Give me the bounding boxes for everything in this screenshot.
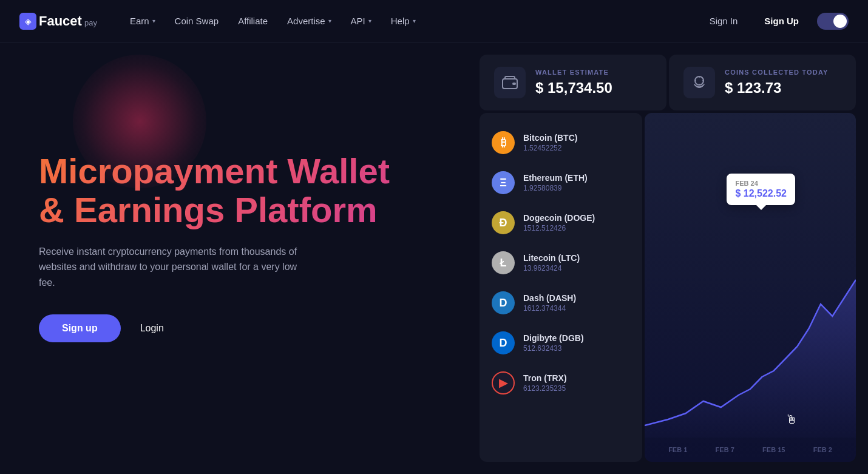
coin-info-btc: Bitcoin (BTC) 1.52452252 — [523, 133, 577, 152]
coin-amount-btc: 1.52452252 — [523, 144, 577, 152]
svg-rect-1 — [512, 83, 516, 85]
coin-icon-doge: Ð — [492, 211, 515, 234]
wallet-icon — [494, 67, 526, 98]
nav-earn[interactable]: Earn ▾ — [121, 11, 164, 31]
coins-stat-card: COINS COLLECTED TODAY $ 123.73 — [669, 55, 856, 110]
right-panel: WALLET ESTIMATE $ 15,734.50 COINS CO — [480, 42, 868, 474]
advertise-chevron-icon: ▾ — [328, 18, 331, 24]
coin-name-doge: Dogecoin (DOGE) — [523, 213, 595, 223]
coins-label: COINS COLLECTED TODAY — [725, 69, 829, 76]
chart-label-4: FEB 2 — [813, 446, 832, 453]
chart-label-3: FEB 15 — [762, 446, 785, 453]
coin-item-trx[interactable]: ▶ Tron (TRX) 6123.235235 — [480, 363, 642, 403]
hero-subtitle: Receive instant cryptocurrency payments … — [39, 244, 300, 291]
coin-name-eth: Ethereum (ETH) — [523, 173, 588, 183]
stats-row: WALLET ESTIMATE $ 15,734.50 COINS CO — [480, 55, 856, 110]
coin-item-eth[interactable]: Ξ Ethereum (ETH) 1.92580839 — [480, 163, 642, 203]
coins-icon — [683, 67, 715, 98]
coin-name-trx: Tron (TRX) — [523, 373, 567, 383]
coin-info-ltc: Litecoin (LTC) 13.9623424 — [523, 253, 580, 273]
toggle-knob — [833, 15, 847, 28]
lower-section: ₿ Bitcoin (BTC) 1.52452252 Ξ Ethereum (E… — [480, 113, 856, 462]
chart-panel: FEB 24 $ 12,522.52 🖱 FEB 1 — [645, 113, 856, 462]
wallet-value: $ 15,734.50 — [535, 80, 612, 96]
sign-up-nav-button[interactable]: Sign Up — [756, 11, 807, 31]
coin-icon-dash: D — [492, 291, 515, 314]
hero-login-button[interactable]: Login — [140, 323, 164, 334]
chart-tooltip-date: FEB 24 — [735, 180, 787, 187]
svg-point-2 — [695, 76, 704, 85]
chart-svg — [645, 256, 856, 438]
coin-amount-eth: 1.92580839 — [523, 184, 588, 192]
help-chevron-icon: ▾ — [413, 18, 416, 24]
coin-name-dash: Dash (DASH) — [523, 293, 576, 303]
coin-list-panel: ₿ Bitcoin (BTC) 1.52452252 Ξ Ethereum (E… — [480, 113, 642, 462]
earn-chevron-icon: ▾ — [152, 18, 155, 24]
nav-advertise[interactable]: Advertise ▾ — [279, 11, 340, 31]
sign-in-button[interactable]: Sign In — [701, 11, 747, 31]
hero-signup-button[interactable]: Sign up — [39, 314, 121, 342]
wallet-label: WALLET ESTIMATE — [535, 69, 612, 76]
hero-buttons: Sign up Login — [39, 314, 455, 342]
coin-info-trx: Tron (TRX) 6123.235235 — [523, 373, 567, 393]
hero-section: Micropayment Wallet & Earnings Platform … — [0, 42, 480, 474]
chart-label-2: FEB 7 — [716, 446, 734, 453]
coin-item-doge[interactable]: Ð Dogecoin (DOGE) 1512.512426 — [480, 203, 642, 243]
coin-amount-dgb: 512.632433 — [523, 344, 584, 353]
coin-info-doge: Dogecoin (DOGE) 1512.512426 — [523, 213, 595, 232]
coin-icon-trx: ▶ — [492, 371, 515, 394]
api-chevron-icon: ▾ — [368, 18, 371, 24]
navbar: ◈ Faucet pay Earn ▾ Coin Swap Affiliate … — [0, 0, 868, 42]
theme-toggle[interactable] — [817, 13, 849, 30]
nav-affiliate[interactable]: Affiliate — [229, 11, 276, 31]
nav-auth: Sign In Sign Up — [701, 11, 849, 31]
logo[interactable]: ◈ Faucet pay — [19, 13, 97, 30]
nav-api[interactable]: API ▾ — [342, 11, 380, 31]
nav-coin-swap[interactable]: Coin Swap — [166, 11, 228, 31]
coin-info-dash: Dash (DASH) 1612.374344 — [523, 293, 576, 313]
logo-text-faucet: Faucet — [39, 13, 82, 29]
coins-stat-info: COINS COLLECTED TODAY $ 123.73 — [725, 69, 829, 96]
chart-tooltip-value: $ 12,522.52 — [735, 188, 787, 199]
coin-name-dgb: Digibyte (DGB) — [523, 333, 584, 343]
coin-item-dgb[interactable]: D Digibyte (DGB) 512.632433 — [480, 323, 642, 363]
coin-item-ltc[interactable]: Ł Litecoin (LTC) 13.9623424 — [480, 243, 642, 283]
coin-amount-dash: 1612.374344 — [523, 304, 576, 313]
coin-item-dash[interactable]: D Dash (DASH) 1612.374344 — [480, 283, 642, 323]
nav-links: Earn ▾ Coin Swap Affiliate Advertise ▾ A… — [121, 11, 701, 31]
hero-title: Micropayment Wallet & Earnings Platform — [39, 152, 403, 229]
logo-text-pay: pay — [84, 18, 97, 27]
main-content: Micropayment Wallet & Earnings Platform … — [0, 42, 868, 474]
coin-amount-trx: 6123.235235 — [523, 384, 567, 393]
coin-icon-ltc: Ł — [492, 251, 515, 274]
chart-label-1: FEB 1 — [668, 446, 687, 453]
coin-name-ltc: Litecoin (LTC) — [523, 253, 580, 263]
coin-icon-eth: Ξ — [492, 171, 515, 194]
coin-icon-btc: ₿ — [492, 131, 515, 154]
coin-icon-dgb: D — [492, 331, 515, 354]
coin-name-btc: Bitcoin (BTC) — [523, 133, 577, 143]
hero-content: Micropayment Wallet & Earnings Platform … — [39, 152, 455, 342]
logo-icon: ◈ — [19, 13, 36, 30]
coin-info-dgb: Digibyte (DGB) 512.632433 — [523, 333, 584, 353]
coin-info-eth: Ethereum (ETH) 1.92580839 — [523, 173, 588, 192]
chart-labels: FEB 1 FEB 7 FEB 15 FEB 2 — [645, 446, 856, 453]
nav-help[interactable]: Help ▾ — [382, 11, 424, 31]
coin-amount-doge: 1512.512426 — [523, 224, 595, 232]
coins-value: $ 123.73 — [725, 80, 829, 96]
wallet-stat-card: WALLET ESTIMATE $ 15,734.50 — [480, 55, 666, 110]
chart-tooltip: FEB 24 $ 12,522.52 — [727, 174, 795, 205]
coin-item-btc[interactable]: ₿ Bitcoin (BTC) 1.52452252 — [480, 123, 642, 163]
coin-amount-ltc: 13.9623424 — [523, 264, 580, 273]
cursor-icon: 🖱 — [785, 413, 798, 427]
wallet-stat-info: WALLET ESTIMATE $ 15,734.50 — [535, 69, 612, 96]
